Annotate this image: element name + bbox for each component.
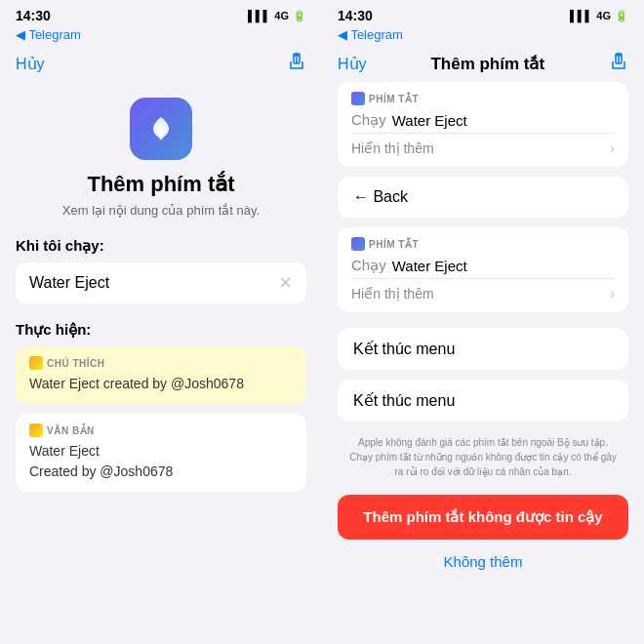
note-card-type: CHÚ THÍCH (29, 356, 293, 370)
block2-divider (351, 278, 615, 279)
text-type-icon (29, 423, 43, 437)
note-card-content: Water Eject created by @Josh0678 (29, 374, 293, 394)
right-signal-bars-icon: ▌▌▌ (570, 10, 592, 21)
block1-show-more[interactable]: Hiển thị thêm › (351, 140, 615, 157)
block2-run-row: Chạy Water Eject (351, 257, 615, 274)
note-type-icon (29, 356, 43, 370)
left-phone: 14:30 ▌▌▌ 4G 🔋 ◀ Telegram Hủy (0, 0, 322, 644)
right-status-icons: ▌▌▌ 4G 🔋 (570, 10, 628, 22)
clear-input-button[interactable]: ✕ (278, 272, 293, 294)
right-status-bar: 14:30 ▌▌▌ 4G 🔋 (322, 0, 644, 27)
left-nav-bar: Hủy (0, 46, 322, 82)
no-add-link[interactable]: Không thêm (338, 553, 628, 570)
left-main-content: Thêm phím tắt Xem lại nội dung của phím … (0, 82, 322, 644)
right-nav-bar: Hủy Thêm phím tắt (322, 46, 644, 82)
left-title: Thêm phím tắt (16, 172, 306, 197)
text-card-type: VĂN BẢN (29, 423, 293, 437)
add-untrusted-button[interactable]: Thêm phím tắt không được tin cậy (338, 495, 628, 540)
right-share-button[interactable] (609, 52, 628, 76)
block2-chevron-icon: › (610, 285, 615, 302)
left-status-icons: ▌▌▌ 4G 🔋 (248, 10, 306, 22)
right-time: 14:30 (338, 8, 373, 23)
left-time: 14:30 (16, 8, 51, 23)
shortcut-block-2: PHÍM TẮT Chạy Water Eject Hiển thị thêm … (338, 227, 628, 312)
right-telegram-back[interactable]: ◀ Telegram (338, 27, 403, 42)
block2-icon (351, 237, 365, 251)
end-menu-button-1[interactable]: Kết thúc menu (338, 328, 628, 370)
left-telegram-back[interactable]: ◀ Telegram (16, 27, 81, 42)
block2-header: PHÍM TẮT (351, 237, 615, 251)
block1-header: PHÍM TẮT (351, 92, 615, 105)
battery-icon: 🔋 (293, 10, 306, 22)
block1-chevron-icon: › (610, 140, 615, 157)
left-share-button[interactable] (287, 52, 306, 76)
block1-icon (351, 92, 365, 105)
block1-run-row: Chạy Water Eject (351, 111, 615, 129)
right-cancel-button[interactable]: Hủy (338, 55, 367, 73)
back-button[interactable]: ← Back (338, 177, 628, 218)
shortcut-block-1: PHÍM TẮT Chạy Water Eject Hiển thị thêm … (338, 82, 628, 167)
left-desc: Xem lại nội dung của phím tắt này. (16, 203, 306, 218)
right-nav-title: Thêm phím tắt (430, 54, 544, 74)
shortcuts-app-icon (130, 98, 192, 160)
network-type: 4G (274, 10, 289, 21)
text-card-content: Water Eject Created by @Josh0678 (29, 441, 293, 482)
note-card: CHÚ THÍCH Water Eject created by @Josh06… (16, 346, 306, 404)
shortcut-name-input[interactable]: Water Eject ✕ (16, 262, 306, 303)
input-value: Water Eject (29, 274, 109, 292)
signal-bars-icon: ▌▌▌ (248, 10, 270, 21)
left-cancel-button[interactable]: Hủy (16, 55, 45, 73)
right-phone: 14:30 ▌▌▌ 4G 🔋 ◀ Telegram Hủy Thêm phím … (322, 0, 644, 644)
block1-divider (351, 133, 615, 134)
left-status-bar: 14:30 ▌▌▌ 4G 🔋 (0, 0, 322, 27)
when-run-label: Khi tôi chạy: (16, 237, 306, 255)
end-menu-button-2[interactable]: Kết thúc menu (338, 380, 628, 422)
right-main-content: PHÍM TẮT Chạy Water Eject Hiển thị thêm … (322, 82, 644, 644)
right-network-type: 4G (596, 10, 611, 21)
block2-show-more[interactable]: Hiển thị thêm › (351, 285, 615, 302)
action-label: Thực hiện: (16, 321, 306, 339)
app-icon-container (16, 98, 306, 160)
right-battery-icon: 🔋 (615, 10, 628, 22)
disclaimer-text: Apple không đánh giá các phím tắt bên ng… (338, 431, 628, 483)
text-card: VĂN BẢN Water Eject Created by @Josh0678 (16, 414, 306, 492)
